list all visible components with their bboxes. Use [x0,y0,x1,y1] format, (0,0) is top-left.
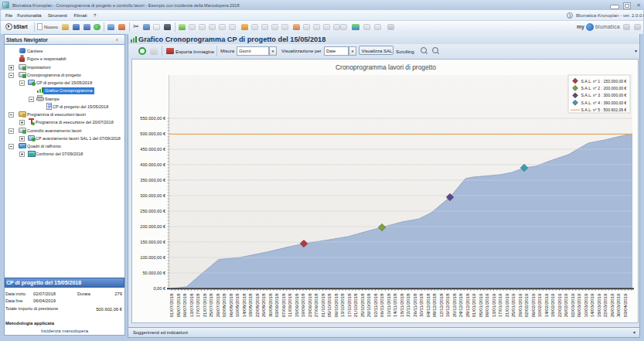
svg-text:25/07/2018: 25/07/2018 [208,293,213,317]
svg-text:29/07/2018: 29/07/2018 [215,293,220,317]
svg-text:27/09/2018: 27/09/2018 [313,293,319,317]
svg-text:21/07/2018: 21/07/2018 [202,293,207,317]
svg-text:550.000,00 €: 550.000,00 € [140,116,166,121]
svg-text:09/10/2018: 09/10/2018 [333,293,339,317]
svg-text:05/01/2019: 05/01/2019 [478,293,483,317]
svg-text:Cronoprogramma lavori di proge: Cronoprogramma lavori di progetto [336,63,436,71]
svg-text:17/07/2018: 17/07/2018 [195,293,200,317]
svg-text:30/08/2018: 30/08/2018 [267,293,273,317]
svg-text:13/10/2018: 13/10/2018 [339,293,345,317]
svg-text:02/08/2018: 02/08/2018 [221,293,227,317]
svg-text:14/08/2018: 14/08/2018 [241,293,247,317]
svg-text:09/07/2018: 09/07/2018 [182,293,187,317]
svg-text:29/10/2018: 29/10/2018 [366,293,371,317]
svg-text:22/08/2018: 22/08/2018 [254,293,260,317]
svg-text:13/07/2018: 13/07/2018 [189,293,194,317]
svg-text:450.000,00 €: 450.000,00 € [140,147,166,152]
svg-text:16/12/2018: 16/12/2018 [445,293,450,317]
svg-text:06/03/2019: 06/03/2019 [576,293,581,317]
svg-text:150.000,00 €: 150.000,00 € [140,240,166,244]
svg-text:17/01/2019: 17/01/2019 [497,293,503,317]
svg-text:04/12/2018: 04/12/2018 [425,293,431,317]
svg-text:26/02/2019: 26/02/2019 [563,293,568,317]
svg-text:28/12/2018: 28/12/2018 [465,293,470,317]
svg-text:18/02/2019: 18/02/2019 [550,293,555,317]
svg-text:02/02/2019: 02/02/2019 [523,293,529,317]
svg-text:29/01/2019: 29/01/2019 [517,293,523,317]
svg-text:05/10/2018: 05/10/2018 [326,293,332,317]
svg-text:26/08/2018: 26/08/2018 [261,293,266,317]
svg-text:23/09/2018: 23/09/2018 [307,293,312,317]
svg-text:03/09/2018: 03/09/2018 [274,293,279,317]
svg-text:400.000,00 €: 400.000,00 € [140,162,166,167]
svg-text:01/07/2018: 01/07/2018 [169,293,174,317]
svg-text:500.000,00 €: 500.000,00 € [140,131,166,136]
svg-text:S.A.L. n° 1 : 150.000,00 €: S.A.L. n° 1 : 150.000,00 € [581,79,627,84]
svg-text:06/11/2018: 06/11/2018 [379,293,384,317]
svg-text:22/02/2019: 22/02/2019 [557,293,562,317]
svg-text:13/01/2019: 13/01/2019 [491,293,496,317]
svg-text:18/03/2019: 18/03/2019 [596,293,601,317]
svg-text:06/02/2019: 06/02/2019 [530,293,536,317]
svg-text:05/07/2018: 05/07/2018 [175,293,181,317]
svg-text:200.000,00 €: 200.000,00 € [140,224,166,229]
svg-text:12/12/2018: 12/12/2018 [438,293,444,317]
svg-text:14/03/2019: 14/03/2019 [589,293,595,317]
svg-text:21/10/2018: 21/10/2018 [353,293,358,317]
svg-text:10/11/2018: 10/11/2018 [386,293,391,317]
svg-text:S.A.L. n° 5 : 500.602,06 €: S.A.L. n° 5 : 500.602,06 € [581,107,627,112]
svg-text:26/11/2018: 26/11/2018 [412,293,417,317]
svg-text:14/11/2018: 14/11/2018 [392,293,397,317]
svg-text:21/01/2019: 21/01/2019 [504,293,509,317]
svg-text:22/11/2018: 22/11/2018 [405,293,411,317]
svg-text:17/10/2018: 17/10/2018 [346,293,352,317]
svg-text:22/03/2019: 22/03/2019 [602,293,608,317]
svg-text:18/08/2018: 18/08/2018 [247,293,253,317]
svg-text:02/11/2018: 02/11/2018 [373,293,378,317]
svg-text:25/01/2019: 25/01/2019 [510,293,516,317]
svg-text:07/09/2018: 07/09/2018 [281,293,286,317]
svg-text:20/12/2018: 20/12/2018 [451,293,457,317]
svg-text:25/10/2018: 25/10/2018 [359,293,365,317]
svg-text:100.000,00 €: 100.000,00 € [140,255,166,260]
svg-text:50.000,00 €: 50.000,00 € [142,271,165,275]
svg-text:06/08/2018: 06/08/2018 [228,293,233,317]
svg-text:300.000,00 €: 300.000,00 € [140,193,166,198]
svg-text:10/08/2018: 10/08/2018 [234,293,240,317]
svg-text:14/02/2019: 14/02/2019 [543,293,549,317]
svg-text:0,00 €: 0,00 € [153,286,165,291]
svg-text:350.000,00 €: 350.000,00 € [140,178,166,182]
svg-text:10/02/2019: 10/02/2019 [537,293,542,317]
svg-text:01/01/2019: 01/01/2019 [471,293,476,317]
svg-text:08/12/2018: 08/12/2018 [431,293,437,317]
svg-text:250.000,00 €: 250.000,00 € [140,209,166,213]
svg-text:10/03/2019: 10/03/2019 [583,293,588,317]
svg-text:11/09/2018: 11/09/2018 [287,293,292,317]
svg-text:30/11/2018: 30/11/2018 [418,293,424,317]
svg-text:19/09/2018: 19/09/2018 [300,293,305,317]
svg-text:S.A.L. n° 4 : 390.000,00 €: S.A.L. n° 4 : 390.000,00 € [581,101,627,105]
svg-text:15/09/2018: 15/09/2018 [294,293,299,317]
svg-text:26/03/2019: 26/03/2019 [609,293,615,317]
svg-text:24/12/2018: 24/12/2018 [458,293,463,317]
svg-text:S.A.L. n° 3 : 300.000,00 €: S.A.L. n° 3 : 300.000,00 € [581,93,627,97]
svg-text:02/03/2019: 02/03/2019 [570,293,575,317]
svg-text:S.A.L. n° 2 : 200.000,00 €: S.A.L. n° 2 : 200.000,00 € [581,86,627,90]
svg-text:03/04/2019: 03/04/2019 [622,293,628,317]
svg-text:01/10/2018: 01/10/2018 [320,293,325,317]
svg-text:09/01/2019: 09/01/2019 [484,293,489,317]
svg-text:18/11/2018: 18/11/2018 [399,293,404,317]
svg-text:30/03/2019: 30/03/2019 [615,293,621,317]
